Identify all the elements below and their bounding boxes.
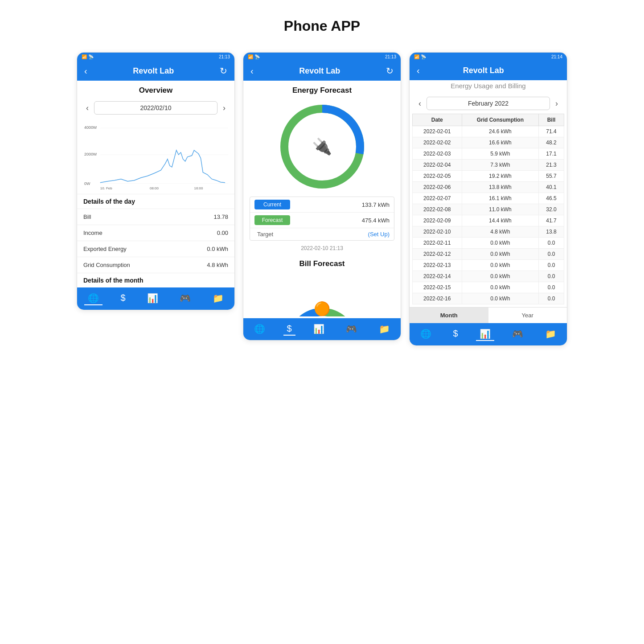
nav-game-2[interactable]: 🎮 [342, 323, 361, 336]
refresh-button-1[interactable]: ↻ [220, 66, 227, 76]
nav-folder-2[interactable]: 📁 [375, 323, 394, 336]
nav-folder-3[interactable]: 📁 [541, 328, 560, 341]
billing-table-container: Date Grid Consumption Bill 2022-02-01 24… [410, 114, 567, 304]
cell-consumption: 4.8 kWh [462, 226, 539, 238]
cell-date: 2022-02-11 [413, 238, 462, 249]
cell-bill: 0.0 [539, 293, 564, 304]
nav-folder-1[interactable]: 📁 [209, 292, 227, 305]
svg-text:4000W: 4000W [84, 125, 97, 130]
nav-chart-2[interactable]: 📊 [310, 323, 328, 336]
back-button-2[interactable]: ‹ [250, 66, 254, 76]
date-nav-1: ‹ 2022/02/10 › [77, 98, 234, 118]
table-row: 2022-02-07 16.1 kWh 46.5 [413, 193, 564, 204]
detail-exported: Exported Energy 0.0 kWh [77, 241, 234, 257]
cell-consumption: 0.0 kWh [462, 249, 539, 260]
cell-date: 2022-02-15 [413, 282, 462, 293]
header-title-2: Revolt Lab [299, 66, 340, 76]
cell-bill: 41.7 [539, 215, 564, 226]
nav-dollar-3[interactable]: $ [450, 328, 462, 341]
nav-dollar-2[interactable]: $ [283, 323, 295, 336]
detail-bill-value: 13.78 [213, 213, 228, 220]
refresh-button-2[interactable]: ↻ [386, 66, 394, 76]
cell-consumption: 13.8 kWh [462, 182, 539, 193]
svg-text:10. Feb: 10. Feb [100, 186, 113, 190]
detail-grid-value: 4.8 kWh [207, 262, 228, 268]
target-value[interactable]: (Set Up) [290, 231, 390, 238]
cell-bill: 55.7 [539, 171, 564, 182]
status-right-2: 21:13 [385, 54, 396, 59]
detail-income: Income 0.00 [77, 225, 234, 241]
status-left-3: 📶 📡 [414, 54, 426, 59]
target-label: Target [254, 231, 290, 238]
cell-consumption: 11.0 kWh [462, 204, 539, 215]
svg-text:0W: 0W [84, 181, 90, 186]
cell-bill: 32.0 [539, 204, 564, 215]
table-row: 2022-02-02 16.6 kWh 48.2 [413, 137, 564, 148]
table-row: 2022-02-16 0.0 kWh 0.0 [413, 293, 564, 304]
status-left-2: 📶 📡 [248, 54, 260, 59]
status-right-1: 21:13 [219, 54, 230, 59]
header-title-3: Revolt Lab [463, 66, 504, 75]
cell-date: 2022-02-07 [413, 193, 462, 204]
section-day-header: Details of the day [77, 194, 234, 209]
nav-globe-3[interactable]: 🌐 [417, 328, 435, 341]
phones-row: 📶 📡 21:13 ‹ Revolt Lab ↻ Overview ‹ 2022… [77, 52, 567, 346]
status-right-3: 21:14 [551, 54, 562, 59]
table-row: 2022-02-01 24.6 kWh 71.4 [413, 126, 564, 137]
detail-income-label: Income [83, 230, 103, 236]
nav-game-3[interactable]: 🎮 [509, 328, 527, 341]
tab-row: Month Year [410, 307, 567, 323]
bill-ring-container: 🟠 [243, 270, 401, 318]
table-row: 2022-02-13 0.0 kWh 0.0 [413, 260, 564, 271]
nav-game-1[interactable]: 🎮 [176, 292, 194, 305]
detail-grid-label: Grid Consumption [83, 262, 130, 268]
cell-date: 2022-02-04 [413, 160, 462, 171]
wifi-icon: 📡 [88, 54, 94, 59]
current-label: Current [254, 200, 290, 209]
signal-icon: 📶 [82, 54, 87, 59]
next-date-btn-3[interactable]: › [554, 99, 560, 108]
page-title: Phone APP [284, 18, 360, 34]
cell-bill: 21.3 [539, 160, 564, 171]
app-header-2: ‹ Revolt Lab ↻ [243, 61, 401, 81]
cell-date: 2022-02-03 [413, 148, 462, 160]
nav-dollar-1[interactable]: $ [117, 292, 129, 305]
cell-consumption: 0.0 kWh [462, 293, 539, 304]
table-row: 2022-02-04 7.3 kWh 21.3 [413, 160, 564, 171]
forecast-row-forecast: Forecast 475.4 kWh [250, 213, 394, 228]
phone-billing: 📶 📡 21:14 ‹ Revolt Lab Energy Usage and … [409, 52, 567, 346]
bottom-nav-2: 🌐 $ 📊 🎮 📁 [243, 318, 401, 340]
col-header-bill: Bill [539, 114, 564, 126]
app-header-1: ‹ Revolt Lab ↻ [77, 61, 234, 81]
cell-date: 2022-02-01 [413, 126, 462, 137]
prev-date-btn-1[interactable]: ‹ [84, 103, 90, 113]
cell-bill: 17.1 [539, 148, 564, 160]
col-header-consumption: Grid Consumption [462, 114, 539, 126]
table-row: 2022-02-15 0.0 kWh 0.0 [413, 282, 564, 293]
bill-forecast-title: Bill Forecast [243, 255, 401, 270]
forecast-ring-container: 🔌 [243, 98, 401, 194]
signal-icon-3: 📶 [414, 54, 419, 59]
dollar-coin-icon: 🟠 [314, 301, 330, 316]
wifi-icon-3: 📡 [421, 54, 426, 59]
forecast-timestamp: 2022-02-10 21:13 [243, 243, 401, 255]
nav-globe-1[interactable]: 🌐 [84, 292, 103, 305]
nav-globe-2[interactable]: 🌐 [250, 323, 269, 336]
phone-forecast: 📶 📡 21:13 ‹ Revolt Lab ↻ Energy Forecast [243, 52, 401, 340]
nav-chart-1[interactable]: 📊 [144, 292, 162, 305]
back-button-3[interactable]: ‹ [417, 66, 420, 76]
detail-exported-value: 0.0 kWh [207, 246, 228, 252]
cell-date: 2022-02-08 [413, 204, 462, 215]
nav-chart-3[interactable]: 📊 [476, 328, 494, 341]
status-bar-1: 📶 📡 21:13 [77, 53, 234, 61]
table-row: 2022-02-10 4.8 kWh 13.8 [413, 226, 564, 238]
next-date-btn-1[interactable]: › [221, 103, 227, 113]
status-bar-2: 📶 📡 21:13 [243, 53, 401, 61]
tab-month[interactable]: Month [410, 308, 488, 323]
svg-text:2000W: 2000W [84, 152, 97, 156]
back-button-1[interactable]: ‹ [84, 66, 87, 76]
tab-year[interactable]: Year [488, 308, 567, 323]
prev-date-btn-3[interactable]: ‹ [417, 99, 423, 108]
cell-bill: 46.5 [539, 193, 564, 204]
cell-consumption: 0.0 kWh [462, 271, 539, 282]
